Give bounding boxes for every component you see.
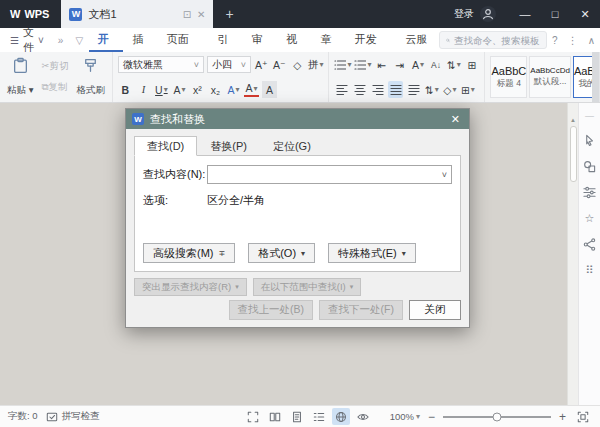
wps-logo[interactable]: W WPS <box>0 8 61 20</box>
find-content-input[interactable] <box>208 166 438 183</box>
zoom-slider[interactable] <box>443 416 551 418</box>
tab-grid-button[interactable]: ⊞ <box>464 56 479 73</box>
line-spacing-button[interactable]: ⇅▾ <box>424 81 439 98</box>
favorites-star-icon[interactable]: ☆ <box>585 212 595 225</box>
tab-sync-icon[interactable]: ⊡ <box>183 9 191 20</box>
shading-button[interactable]: ◇▾ <box>442 81 457 98</box>
sort-button[interactable]: A↓ <box>428 56 443 73</box>
style-default-paragraph[interactable]: AaBbCcDd 默认段... <box>529 56 571 98</box>
collapse-ribbon-icon[interactable]: ∧ <box>583 35 600 46</box>
align-center-button[interactable] <box>352 81 367 98</box>
decrease-indent-button[interactable]: ⇤ <box>374 56 389 73</box>
find-in-scope-button[interactable]: 在以下范围中查找(I)▾ <box>253 278 361 296</box>
book-view-button[interactable] <box>266 408 284 425</box>
zoom-slider-thumb[interactable] <box>492 412 501 421</box>
tab-home[interactable]: 开始 <box>89 28 123 52</box>
share-icon[interactable] <box>583 238 596 251</box>
close-dialog-button[interactable]: 关闭 <box>409 300 461 320</box>
zoom-level-dropdown[interactable]: 100% ▾ <box>390 411 420 422</box>
scroll-up-icon[interactable]: ▲ <box>570 117 576 123</box>
highlight-find-button[interactable]: 突出显示查找内容(R)▾ <box>134 278 247 296</box>
dialog-titlebar[interactable]: W 查找和替换 ✕ <box>126 109 469 129</box>
format-dropdown-button[interactable]: 格式(O)▾ <box>248 243 315 263</box>
document-tab[interactable]: W 文档1 ⊡ ✕ <box>61 0 213 28</box>
tab-section[interactable]: 章节 <box>312 28 346 52</box>
tab-close-icon[interactable]: ✕ <box>197 9 205 20</box>
asian-layout-button[interactable]: A▾ <box>410 56 425 73</box>
find-combobox-caret-icon[interactable]: ˅ <box>438 170 451 180</box>
properties-sliders-icon[interactable] <box>583 186 596 199</box>
tab-cloud[interactable]: 云服务 <box>397 28 440 52</box>
shapes-icon[interactable] <box>583 160 596 173</box>
scrollbar-thumb[interactable] <box>570 126 577 182</box>
tab-insert[interactable]: 插入 <box>123 28 157 52</box>
cut-button[interactable]: ✂剪切 <box>41 60 68 73</box>
select-cursor-icon[interactable] <box>583 134 596 147</box>
shrink-font-button[interactable]: A⁻ <box>272 56 287 73</box>
tab-references[interactable]: 引用 <box>208 28 242 52</box>
tab-page-layout[interactable]: 页面布局 <box>158 28 209 52</box>
dialog-tab-goto[interactable]: 定位(G) <box>260 136 324 156</box>
justify-button[interactable] <box>388 81 403 98</box>
command-search-input[interactable] <box>454 35 540 46</box>
more-options-icon[interactable]: ⋮ <box>563 35 583 46</box>
web-view-button[interactable] <box>332 408 350 425</box>
quickbar-expand-icon[interactable]: » <box>52 35 70 46</box>
italic-button[interactable]: I <box>136 81 151 98</box>
increase-indent-button[interactable]: ⇥ <box>392 56 407 73</box>
dialog-tab-replace[interactable]: 替换(P) <box>197 136 260 156</box>
zoom-in-button[interactable]: + <box>557 410 568 424</box>
vertical-scrollbar[interactable]: ▲ <box>567 103 578 405</box>
align-right-button[interactable] <box>370 81 385 98</box>
dialog-tab-find[interactable]: 查找(D) <box>134 136 197 156</box>
copy-button[interactable]: ⧉复制 <box>41 81 68 94</box>
bullet-list-button[interactable]: ▾ <box>334 56 351 73</box>
apps-grid-icon[interactable]: ⠿ <box>585 264 593 277</box>
user-avatar-icon[interactable] <box>480 6 496 22</box>
format-painter-button[interactable]: 格式刷 <box>74 56 107 98</box>
clear-format-button[interactable]: ◇ <box>290 56 305 73</box>
tab-view[interactable]: 视图 <box>277 28 311 52</box>
underline-button[interactable]: U▾ <box>154 81 169 98</box>
subscript-button[interactable]: x₂ <box>208 81 223 98</box>
tab-review[interactable]: 审阅 <box>243 28 277 52</box>
paragraph-layout-button[interactable]: ⇅▾ <box>446 56 461 73</box>
advanced-search-button[interactable]: 高级搜索(M)∓ <box>143 243 235 263</box>
minimize-button[interactable]: — <box>510 0 540 28</box>
font-size-select[interactable]: 小四 ˅ <box>207 56 251 73</box>
find-next-button[interactable]: 查找下一处(F) <box>319 300 403 320</box>
numbered-list-button[interactable]: ▾ <box>354 56 371 73</box>
align-left-button[interactable] <box>334 81 349 98</box>
paste-button[interactable]: 粘贴 ▾ <box>5 56 35 98</box>
find-content-combobox[interactable]: ˅ <box>207 165 452 184</box>
bold-button[interactable]: B <box>118 81 133 98</box>
char-shading-button[interactable]: A <box>262 81 277 98</box>
outline-view-button[interactable] <box>310 408 328 425</box>
help-icon[interactable]: ? <box>547 35 563 46</box>
file-menu[interactable]: ☰ 文件 ˅ <box>0 25 52 55</box>
borders-button[interactable]: ⊞▾ <box>460 81 475 98</box>
zoom-out-button[interactable]: − <box>426 410 437 424</box>
fullscreen-view-button[interactable] <box>244 408 262 425</box>
distribute-button[interactable] <box>406 81 421 98</box>
command-search-box[interactable] <box>439 31 547 49</box>
char-border-button[interactable]: A▾ <box>172 81 187 98</box>
maximize-button[interactable]: □ <box>540 0 570 28</box>
close-button[interactable]: ✕ <box>570 0 600 28</box>
dialog-close-icon[interactable]: ✕ <box>448 113 463 126</box>
styles-scrollbar[interactable] <box>592 52 599 102</box>
page-view-button[interactable] <box>288 408 306 425</box>
word-count[interactable]: 字数: 0 <box>8 410 38 423</box>
grow-font-button[interactable]: A⁺ <box>254 56 269 73</box>
text-effect-button[interactable]: A▾ <box>226 81 241 98</box>
new-tab-button[interactable]: + <box>213 6 245 22</box>
quickbar-pin-icon[interactable]: ▽ <box>69 35 89 46</box>
sidebar-collapse-handle[interactable]: — <box>585 111 594 121</box>
superscript-button[interactable]: x² <box>190 81 205 98</box>
tab-dev-tools[interactable]: 开发工具 <box>346 28 397 52</box>
font-color-button[interactable]: A▾ <box>244 82 259 97</box>
spell-check-button[interactable]: 拼写检查 <box>46 410 100 423</box>
login-link[interactable]: 登录 <box>454 7 474 21</box>
fit-page-button[interactable] <box>574 408 592 425</box>
eye-protect-button[interactable] <box>354 408 372 425</box>
